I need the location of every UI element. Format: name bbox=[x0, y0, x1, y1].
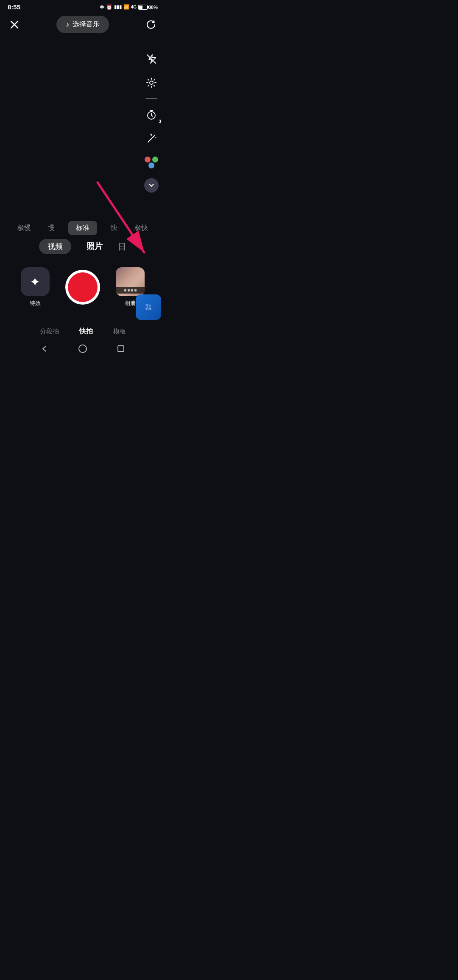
wifi-icon: 📶 bbox=[123, 4, 129, 10]
close-button[interactable] bbox=[7, 17, 22, 32]
green-circle bbox=[152, 157, 158, 162]
nav-quick[interactable]: 快拍 bbox=[79, 327, 93, 336]
red-circle bbox=[145, 157, 151, 162]
system-nav bbox=[0, 343, 165, 355]
refresh-button[interactable] bbox=[143, 17, 159, 32]
effects-label: 特效 bbox=[30, 300, 41, 307]
status-time: 8:55 bbox=[8, 3, 20, 11]
watermark: 奇乐游戏 bbox=[136, 294, 161, 320]
mode-diary[interactable]: 日 bbox=[118, 241, 126, 252]
speed-极慢[interactable]: 极慢 bbox=[14, 222, 34, 234]
back-button[interactable] bbox=[39, 343, 50, 355]
mode-photo[interactable]: 照片 bbox=[83, 239, 106, 254]
alarm-icon: ⏰ bbox=[106, 4, 112, 10]
recents-button[interactable] bbox=[115, 343, 127, 355]
settings-button[interactable] bbox=[143, 75, 159, 91]
svg-point-13 bbox=[79, 345, 87, 353]
status-icons: 👁 ⏰ ▮▮▮ 📶 4G 38% bbox=[100, 4, 158, 10]
flash-off-button[interactable] bbox=[143, 51, 159, 67]
album-thumbnail bbox=[116, 267, 145, 296]
speed-快[interactable]: 快 bbox=[107, 222, 121, 234]
svg-rect-14 bbox=[118, 346, 124, 352]
music-label: 选择音乐 bbox=[73, 20, 100, 29]
svg-text:✦: ✦ bbox=[155, 137, 157, 139]
camera-viewfinder bbox=[0, 0, 165, 258]
speed-极快[interactable]: 极快 bbox=[131, 222, 151, 234]
record-button[interactable] bbox=[65, 270, 100, 305]
blue-circle bbox=[148, 162, 154, 168]
svg-text:✦: ✦ bbox=[150, 133, 151, 135]
status-bar: 8:55 👁 ⏰ ▮▮▮ 📶 4G 38% bbox=[0, 0, 165, 12]
svg-point-3 bbox=[150, 81, 153, 84]
color-mix-button[interactable] bbox=[143, 154, 159, 171]
music-button[interactable]: ♪ 选择音乐 bbox=[56, 16, 109, 33]
signal-icon: ▮▮▮ bbox=[114, 4, 122, 10]
top-bar: ♪ 选择音乐 bbox=[0, 12, 165, 36]
timer-label: 3 bbox=[159, 119, 161, 124]
bottom-nav: 分段拍 快拍 模板 bbox=[0, 327, 165, 336]
battery: 38% bbox=[138, 5, 158, 10]
sidebar-divider bbox=[145, 98, 157, 99]
speed-selector: 极慢 慢 标准 快 极快 bbox=[0, 221, 165, 235]
eye-icon: 👁 bbox=[100, 5, 104, 10]
album-label: 相册 bbox=[125, 300, 136, 307]
svg-line-6 bbox=[148, 137, 153, 142]
timer-button[interactable]: 3 bbox=[143, 107, 159, 123]
nav-template[interactable]: 模板 bbox=[113, 328, 126, 336]
mode-selector: 视频 照片 日 bbox=[0, 239, 165, 254]
speed-慢[interactable]: 慢 bbox=[45, 222, 58, 234]
nav-segment[interactable]: 分段拍 bbox=[40, 328, 59, 336]
effects-icon: ✦ bbox=[21, 267, 50, 296]
right-sidebar: 3 ✦ ✦ ✦ bbox=[143, 51, 159, 193]
more-options-button[interactable] bbox=[144, 178, 159, 193]
mode-video[interactable]: 视频 bbox=[39, 239, 71, 254]
network-icon: 4G bbox=[131, 5, 137, 9]
home-button[interactable] bbox=[77, 343, 89, 355]
record-inner bbox=[68, 272, 98, 302]
magic-wand-button[interactable]: ✦ ✦ ✦ bbox=[143, 131, 159, 147]
effects-button[interactable]: ✦ 特效 bbox=[21, 267, 50, 307]
battery-percent: 38% bbox=[148, 5, 158, 10]
music-icon: ♪ bbox=[66, 21, 69, 28]
speed-标准[interactable]: 标准 bbox=[68, 221, 97, 235]
